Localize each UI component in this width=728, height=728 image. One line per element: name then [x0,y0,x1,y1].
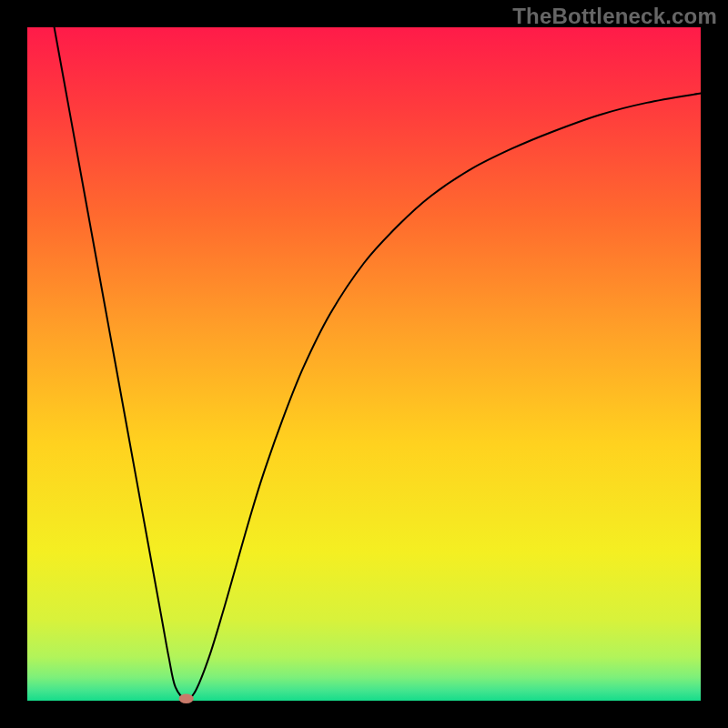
chart-svg [0,0,728,728]
chart-background [27,27,701,701]
watermark-text: TheBottleneck.com [512,4,717,29]
chart-frame: TheBottleneck.com [0,0,728,728]
minimum-marker [179,694,194,703]
